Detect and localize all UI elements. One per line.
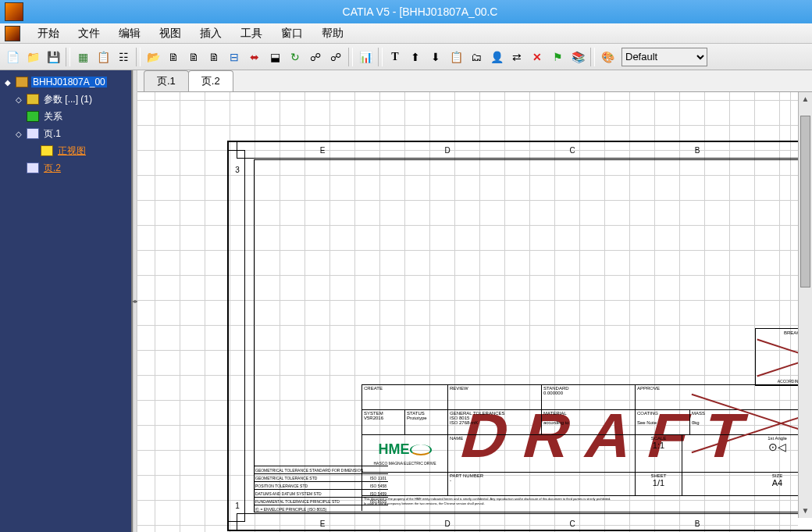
drawing-area: 页.1 页.2 E D C B A E D C B A 3 1	[137, 70, 812, 532]
menu-view[interactable]: 视图	[150, 25, 191, 42]
tree-root[interactable]: ◆BHHJ01807A_00	[2, 73, 130, 91]
flag-icon[interactable]: ⚑	[548, 48, 567, 66]
approve-label: APPROVE	[635, 385, 812, 409]
net2-icon[interactable]: ☍	[326, 48, 345, 66]
partnum-cell: PART NUMBER-	[447, 473, 635, 495]
user-icon[interactable]: 👤	[487, 48, 506, 66]
view-icon	[41, 145, 53, 156]
palette-icon[interactable]: 🎨	[598, 48, 617, 66]
legal-cell: This document is the property of the HME…	[361, 496, 812, 511]
sheet-icon	[27, 128, 39, 139]
menu-start[interactable]: 开始	[28, 25, 69, 42]
sheet-icon[interactable]: 📋	[94, 48, 112, 66]
titlebar: CATIA V5 - [BHHJ01807A_00.C	[0, 0, 812, 23]
style-select[interactable]: Default	[621, 48, 707, 66]
tree-sheet1[interactable]: ◇页.1	[2, 125, 130, 142]
mass-cell: MASS0kg	[689, 410, 812, 434]
table-icon[interactable]: ▦	[73, 48, 92, 66]
refresh-icon[interactable]: ↻	[286, 48, 304, 66]
menu-help[interactable]: 帮助	[312, 25, 353, 42]
status-cell: STATUSPrototype	[404, 410, 447, 434]
sheet-frame: E D C B A E D C B A 3 1 2 1	[227, 141, 812, 531]
chart-icon[interactable]: 📊	[356, 48, 375, 66]
menu-window[interactable]: 窗口	[272, 25, 312, 42]
vertical-scrollbar[interactable]: ▲ ▼	[798, 92, 812, 518]
axis-top	[237, 141, 812, 159]
menubar: 开始 文件 编辑 视图 插入 工具 窗口 帮助	[0, 23, 812, 44]
list-icon[interactable]: ☷	[114, 48, 133, 66]
tab-sheet1[interactable]: 页.1	[144, 70, 189, 91]
export-up-icon[interactable]: ⬆	[406, 48, 425, 66]
tree-frontview[interactable]: 正视图	[2, 142, 130, 159]
new-icon[interactable]: 📄	[3, 48, 22, 66]
text-icon[interactable]: T	[386, 48, 404, 66]
company-logo: HME	[379, 441, 432, 458]
workspace: ◆BHHJ01807A_00 ◇参数 [...] (1) 关系 ◇页.1 正视图…	[0, 70, 812, 532]
app-logo-icon	[5, 2, 23, 21]
tree-relations[interactable]: 关系	[2, 108, 130, 125]
folder-open-icon[interactable]: 📂	[144, 48, 162, 66]
drawing-viewport: E D C B A E D C B A 3 1 2 1	[137, 92, 812, 532]
angle-cell: 1st Angle⊙◁	[682, 435, 812, 472]
standard-label: STANDARD0.000000	[541, 385, 635, 409]
doc-icon-3[interactable]: 🗎	[205, 48, 223, 66]
sheet-icon	[27, 162, 39, 173]
material-cell: MATERIALaccording to	[541, 410, 635, 434]
system-cell: SYSTEMV5R2016	[361, 410, 404, 434]
props-icon[interactable]: 🗂	[467, 48, 486, 66]
delete-icon[interactable]: ✕	[528, 48, 547, 66]
tree-params[interactable]: ◇参数 [...] (1)	[2, 91, 130, 108]
sheet-tabs: 页.1 页.2	[137, 70, 812, 92]
books-icon[interactable]: 📚	[568, 48, 587, 66]
standards-table: GEOMETRICAL TOLERANCE STANDARD FOR DIMEN…	[254, 466, 388, 512]
std-r5: Ⓔ = ENVELOPE PRINCIPLE (ISO 8015)	[254, 505, 388, 512]
spec-tree[interactable]: ◆BHHJ01807A_00 ◇参数 [...] (1) 关系 ◇页.1 正视图…	[0, 70, 133, 532]
open-icon[interactable]: 📁	[23, 48, 42, 66]
menu-tools[interactable]: 工具	[231, 25, 272, 42]
export-dn-icon[interactable]: ⬇	[426, 48, 445, 66]
scroll-up-icon[interactable]: ▲	[799, 92, 812, 106]
std-title: GEOMETRICAL TOLERANCE STANDARD FOR DIMEN…	[254, 466, 388, 473]
scroll-thumb[interactable]	[800, 116, 810, 287]
coating-cell: COATINGSee Note	[635, 410, 689, 434]
link-icon[interactable]: ⬌	[245, 48, 264, 66]
tree-icon[interactable]: ⊟	[225, 48, 244, 66]
sheet-cell: SHEET1/1	[635, 473, 682, 495]
doc-icon-2[interactable]: 🗎	[184, 48, 203, 66]
tree-sheet2[interactable]: 页.2	[2, 159, 130, 177]
ref-icon[interactable]: ⬓	[265, 48, 284, 66]
window-title: CATIA V5 - [BHHJ01807A_00.C	[28, 5, 812, 18]
net1-icon[interactable]: ☍	[306, 48, 325, 66]
axis-bottom	[237, 513, 812, 530]
review-label: REVIEW	[447, 385, 541, 409]
drawing-canvas[interactable]: E D C B A E D C B A 3 1 2 1	[137, 92, 798, 532]
tab-sheet2[interactable]: 页.2	[188, 70, 233, 91]
std-r4: FUNDAMENTAL TOLERANCE PRINCIPLE STDISO 8…	[254, 497, 388, 505]
relations-icon	[27, 111, 39, 122]
params-icon	[27, 94, 39, 105]
std-r3: DATUMS AND DATUM SYSTEM STDISO 5459	[254, 489, 388, 497]
scale-cell: SCALE1:1	[635, 435, 682, 472]
toolbar: 📄 📁 💾 ▦ 📋 ☷ 📂 🗎 🗎 🗎 ⊟ ⬌ ⬓ ↻ ☍ ☍ 📊 T ⬆ ⬇ …	[0, 44, 812, 70]
drawing-icon	[16, 77, 28, 87]
menu-insert[interactable]: 插入	[191, 25, 231, 42]
doc-icon-1[interactable]: 🗎	[164, 48, 183, 66]
title-block: CREATE REVIEW STANDARD0.000000 APPROVE S…	[361, 384, 812, 512]
name-cell: NAME	[447, 435, 635, 472]
swap-icon[interactable]: ⇄	[508, 48, 526, 66]
std-r2: POSITION TOLERANCE STDISO 5458	[254, 481, 388, 489]
std-r1: GEOMETRICAL TOLERANCE STDISO 1101	[254, 473, 388, 481]
axis-left	[228, 150, 245, 522]
scroll-down-icon[interactable]: ▼	[799, 504, 812, 518]
menu-file[interactable]: 文件	[69, 25, 109, 42]
clipboard-icon[interactable]: 📋	[447, 48, 465, 66]
gentol-cell: GENERAL TOLERANCESISO 8015ISO 2768-mK	[447, 410, 541, 434]
create-label: CREATE	[361, 385, 447, 409]
doc-icon[interactable]	[5, 26, 20, 41]
menu-edit[interactable]: 编辑	[109, 25, 150, 42]
size-cell: SIZEA4	[682, 473, 812, 495]
save-icon[interactable]: 💾	[44, 48, 62, 66]
